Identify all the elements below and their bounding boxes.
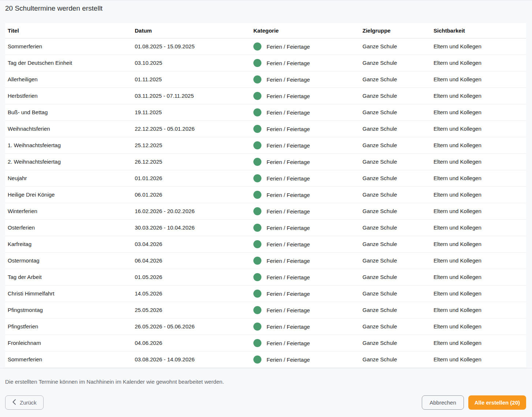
category-label: Ferien / Feiertage bbox=[267, 224, 310, 231]
event-title: Fronleichnam bbox=[5, 335, 132, 351]
event-visibility: Eltern und Kollegen bbox=[431, 269, 526, 285]
table-row: Heilige Drei Könige 06.01.2026 Ferien / … bbox=[5, 186, 526, 203]
event-visibility: Eltern und Kollegen bbox=[431, 236, 526, 252]
category-dot-icon bbox=[253, 273, 261, 281]
event-date: 14.05.2026 bbox=[132, 285, 251, 302]
event-category: Ferien / Feiertage bbox=[251, 186, 360, 203]
category-label: Ferien / Feiertage bbox=[267, 290, 310, 297]
event-title: 2. Weihnachtsfeiertag bbox=[5, 153, 132, 170]
event-audience: Ganze Schule bbox=[360, 104, 431, 120]
event-title: Heilige Drei Könige bbox=[5, 186, 132, 203]
event-date: 01.08.2025 - 15.09.2025 bbox=[132, 38, 251, 55]
event-title: Pfingstmontag bbox=[5, 302, 132, 318]
event-visibility: Eltern und Kollegen bbox=[431, 104, 526, 120]
event-title: Tag der Arbeit bbox=[5, 269, 132, 285]
event-audience: Ganze Schule bbox=[360, 186, 431, 203]
event-date: 25.05.2026 bbox=[132, 302, 251, 318]
table-row: 1. Weihnachtsfeiertag 25.12.2025 Ferien … bbox=[5, 137, 526, 153]
table-row: Christi Himmelfahrt 14.05.2026 Ferien / … bbox=[5, 285, 526, 302]
category-label: Ferien / Feiertage bbox=[267, 93, 310, 99]
event-audience: Ganze Schule bbox=[360, 269, 431, 285]
table-header-row: Titel Datum Kategorie Zielgruppe Sichtba… bbox=[5, 23, 526, 38]
category-dot-icon bbox=[253, 42, 261, 51]
category-label: Ferien / Feiertage bbox=[267, 126, 310, 132]
category-label: Ferien / Feiertage bbox=[267, 257, 310, 264]
event-category: Ferien / Feiertage bbox=[251, 302, 360, 318]
event-category: Ferien / Feiertage bbox=[251, 38, 360, 55]
event-date: 03.10.2025 bbox=[132, 55, 251, 71]
column-header-zielgruppe: Zielgruppe bbox=[360, 23, 431, 38]
category-dot-icon bbox=[253, 174, 261, 182]
event-audience: Ganze Schule bbox=[360, 71, 431, 88]
event-date: 06.01.2026 bbox=[132, 186, 251, 203]
event-audience: Ganze Schule bbox=[360, 302, 431, 318]
event-date: 19.11.2025 bbox=[132, 104, 251, 120]
category-dot-icon bbox=[253, 108, 261, 116]
event-category: Ferien / Feiertage bbox=[251, 203, 360, 219]
event-title: Sommerferien bbox=[5, 38, 132, 55]
events-table-container: Titel Datum Kategorie Zielgruppe Sichtba… bbox=[5, 23, 526, 368]
category-dot-icon bbox=[253, 75, 261, 83]
table-row: Buß- und Bettag 19.11.2025 Ferien / Feie… bbox=[5, 104, 526, 120]
category-dot-icon bbox=[253, 92, 261, 100]
table-row: Ostermontag 06.04.2026 Ferien / Feiertag… bbox=[5, 252, 526, 269]
event-category: Ferien / Feiertage bbox=[251, 252, 360, 269]
chevron-left-icon bbox=[12, 399, 16, 406]
event-category: Ferien / Feiertage bbox=[251, 269, 360, 285]
event-date: 01.05.2026 bbox=[132, 269, 251, 285]
event-date: 30.03.2026 - 10.04.2026 bbox=[132, 219, 251, 236]
event-visibility: Eltern und Kollegen bbox=[431, 335, 526, 351]
column-header-sichtbarkeit: Sichtbarkeit bbox=[431, 23, 526, 38]
category-label: Ferien / Feiertage bbox=[267, 323, 310, 329]
category-label: Ferien / Feiertage bbox=[267, 241, 310, 247]
table-row: Osterferien 30.03.2026 - 10.04.2026 Feri… bbox=[5, 219, 526, 236]
event-visibility: Eltern und Kollegen bbox=[431, 88, 526, 104]
cancel-button[interactable]: Abbrechen bbox=[422, 395, 464, 410]
table-row: Karfreitag 03.04.2026 Ferien / Feiertage… bbox=[5, 236, 526, 252]
actions-right-group: Abbrechen Alle erstellen (20) bbox=[422, 395, 526, 410]
table-row: Sommerferien 01.08.2025 - 15.09.2025 Fer… bbox=[5, 38, 526, 55]
event-title: Osterferien bbox=[5, 219, 132, 236]
event-visibility: Eltern und Kollegen bbox=[431, 55, 526, 71]
category-label: Ferien / Feiertage bbox=[267, 60, 310, 66]
category-label: Ferien / Feiertage bbox=[267, 307, 310, 313]
event-audience: Ganze Schule bbox=[360, 219, 431, 236]
event-title: Buß- und Bettag bbox=[5, 104, 132, 120]
event-category: Ferien / Feiertage bbox=[251, 285, 360, 302]
table-row: Neujahr 01.01.2026 Ferien / Feiertage Ga… bbox=[5, 170, 526, 186]
create-all-button[interactable]: Alle erstellen (20) bbox=[468, 395, 526, 410]
event-visibility: Eltern und Kollegen bbox=[431, 302, 526, 318]
event-audience: Ganze Schule bbox=[360, 351, 431, 368]
event-title: 1. Weihnachtsfeiertag bbox=[5, 137, 132, 153]
event-visibility: Eltern und Kollegen bbox=[431, 351, 526, 368]
event-date: 01.01.2026 bbox=[132, 170, 251, 186]
column-header-datum: Datum bbox=[132, 23, 251, 38]
event-category: Ferien / Feiertage bbox=[251, 104, 360, 120]
event-visibility: Eltern und Kollegen bbox=[431, 38, 526, 55]
event-visibility: Eltern und Kollegen bbox=[431, 120, 526, 137]
actions-bar: Zurück Abbrechen Alle erstellen (20) bbox=[5, 395, 526, 410]
category-dot-icon bbox=[253, 125, 261, 133]
event-audience: Ganze Schule bbox=[360, 153, 431, 170]
event-category: Ferien / Feiertage bbox=[251, 170, 360, 186]
column-header-kategorie: Kategorie bbox=[251, 23, 360, 38]
event-date: 04.06.2026 bbox=[132, 335, 251, 351]
event-audience: Ganze Schule bbox=[360, 120, 431, 137]
event-audience: Ganze Schule bbox=[360, 38, 431, 55]
event-audience: Ganze Schule bbox=[360, 285, 431, 302]
category-dot-icon bbox=[253, 257, 261, 265]
category-dot-icon bbox=[253, 240, 261, 248]
table-row: Herbstferien 03.11.2025 - 07.11.2025 Fer… bbox=[5, 88, 526, 104]
event-date: 01.11.2025 bbox=[132, 71, 251, 88]
event-visibility: Eltern und Kollegen bbox=[431, 285, 526, 302]
event-audience: Ganze Schule bbox=[360, 236, 431, 252]
event-visibility: Eltern und Kollegen bbox=[431, 137, 526, 153]
event-category: Ferien / Feiertage bbox=[251, 55, 360, 71]
event-visibility: Eltern und Kollegen bbox=[431, 153, 526, 170]
back-button[interactable]: Zurück bbox=[5, 395, 44, 410]
category-label: Ferien / Feiertage bbox=[267, 191, 310, 198]
category-dot-icon bbox=[253, 207, 261, 215]
event-category: Ferien / Feiertage bbox=[251, 335, 360, 351]
table-row: Weihnachtsferien 22.12.2025 - 05.01.2026… bbox=[5, 120, 526, 137]
column-header-titel: Titel bbox=[5, 23, 132, 38]
